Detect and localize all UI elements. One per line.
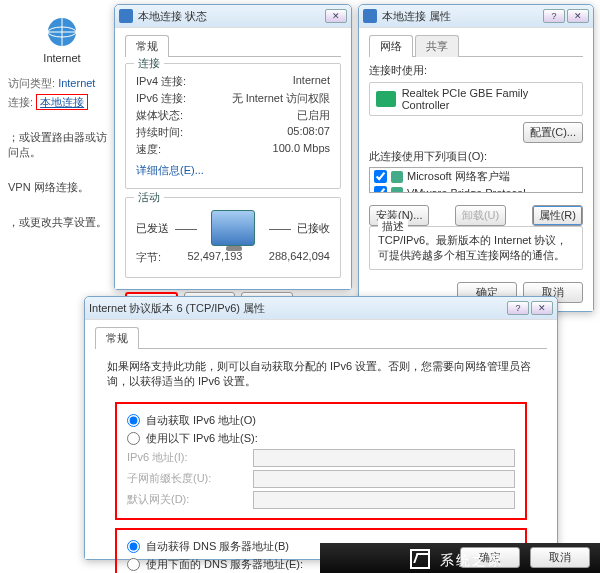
prefix-length-field[interactable]: [253, 470, 515, 488]
computer-icon: [211, 210, 255, 246]
recv-label: 已接收: [297, 221, 330, 236]
ipv6-window: Internet 协议版本 6 (TCP/IPv6) 属性 ? ✕ 常规 如果网…: [84, 296, 558, 560]
description-text: TCP/IPv6。最新版本的 Internet 协议，可提供跨越多个相互连接网络…: [378, 233, 574, 263]
ipv6-address-field[interactable]: [253, 449, 515, 467]
service-icon: [391, 187, 403, 194]
radio-auto-ip[interactable]: [127, 414, 140, 427]
bg-note-share: ，或更改共享设置。: [8, 215, 116, 230]
configure-button[interactable]: 配置(C)...: [523, 122, 583, 143]
description-box: 描述 TCP/IPv6。最新版本的 Internet 协议，可提供跨越多个相互连…: [369, 226, 583, 270]
tab-sharing[interactable]: 共享: [415, 35, 459, 57]
dash: ——: [175, 222, 197, 234]
sent-label: 已发送: [136, 221, 169, 236]
site-logo-icon: [410, 549, 430, 569]
status-window: 本地连接 状态 ✕ 常规 连接 IPv4 连接:Internet IPv6 连接…: [114, 4, 352, 290]
adapter-icon: [376, 91, 396, 107]
ipv6-intro: 如果网络支持此功能，则可以自动获取分配的 IPv6 设置。否则，您需要向网络管理…: [107, 359, 535, 390]
radio-manual-dns[interactable]: [127, 558, 140, 571]
close-icon[interactable]: ✕: [567, 9, 589, 23]
dash: ——: [269, 222, 291, 234]
list-item[interactable]: Microsoft 网络客户端: [370, 168, 582, 185]
ipv6-tabs: 常规: [95, 326, 547, 349]
bg-note-router: ；或设置路由器或访问点。: [8, 130, 116, 160]
status-title: 本地连接 状态: [138, 9, 207, 24]
speed-row: 速度:100.0 Mbps: [136, 142, 330, 157]
internet-label: Internet: [8, 52, 116, 64]
close-icon[interactable]: ✕: [325, 9, 347, 23]
status-tabs: 常规: [125, 34, 341, 57]
media-row: 媒体状态:已启用: [136, 108, 330, 123]
network-icon: [363, 9, 377, 23]
props-title: 本地连接 属性: [382, 9, 451, 24]
ipv6-row: IPv6 连接:无 Internet 访问权限: [136, 91, 330, 106]
item-checkbox[interactable]: [374, 170, 387, 183]
site-logo-text: 系统之家: [440, 552, 504, 570]
status-titlebar[interactable]: 本地连接 状态 ✕: [115, 5, 351, 27]
bg-note-vpn: VPN 网络连接。: [8, 180, 116, 195]
radio-auto-dns[interactable]: [127, 540, 140, 553]
item-checkbox[interactable]: [374, 186, 387, 193]
tab-general[interactable]: 常规: [95, 327, 139, 349]
network-icon: [119, 9, 133, 23]
watermark-footer: 取消 确定 系统之家: [320, 543, 600, 573]
client-icon: [391, 171, 403, 183]
radio-manual-ip[interactable]: [127, 432, 140, 445]
local-connection-link[interactable]: 本地连接: [36, 94, 88, 110]
items-listbox[interactable]: Microsoft 网络客户端 VMware Bridge Protocol Q…: [369, 167, 583, 193]
details-link[interactable]: 详细信息(E)...: [136, 163, 204, 178]
properties-window: 本地连接 属性 ? ✕ 网络 共享 连接时使用: Realtek PCIe GB…: [358, 4, 594, 312]
ip-address-group: 自动获取 IPv6 地址(O) 使用以下 IPv6 地址(S): IPv6 地址…: [115, 402, 527, 520]
close-icon[interactable]: ✕: [531, 301, 553, 315]
internet-globe-icon: [46, 16, 78, 48]
props-titlebar[interactable]: 本地连接 属性 ? ✕: [359, 5, 593, 27]
control-panel-bg: Internet 访问类型: Internet 连接: 本地连接 ；或设置路由器…: [0, 0, 120, 340]
list-item[interactable]: VMware Bridge Protocol: [370, 185, 582, 193]
connection-row: 连接: 本地连接: [8, 95, 116, 110]
tab-network[interactable]: 网络: [369, 35, 413, 57]
uninstall-button[interactable]: 卸载(U): [455, 205, 506, 226]
items-label: 此连接使用下列项目(O):: [369, 149, 583, 164]
adapter-name: Realtek PCIe GBE Family Controller: [402, 87, 576, 111]
conn-using-label: 连接时使用:: [369, 63, 583, 78]
ipv4-row: IPv4 连接:Internet: [136, 74, 330, 89]
access-type-row: 访问类型: Internet: [8, 76, 116, 91]
connection-group: 连接 IPv4 连接:Internet IPv6 连接:无 Internet 访…: [125, 63, 341, 189]
ipv6-titlebar[interactable]: Internet 协议版本 6 (TCP/IPv6) 属性 ? ✕: [85, 297, 557, 319]
ipv6-title: Internet 协议版本 6 (TCP/IPv6) 属性: [89, 301, 265, 316]
activity-group: 活动 已发送 —— —— 已接收 字节:52,497,193288,642,09…: [125, 197, 341, 278]
props-tabs: 网络 共享: [369, 34, 583, 57]
item-properties-button[interactable]: 属性(R): [532, 205, 583, 226]
gateway-field[interactable]: [253, 491, 515, 509]
help-icon[interactable]: ?: [507, 301, 529, 315]
cancel-button[interactable]: 取消: [530, 547, 590, 568]
duration-row: 持续时间:05:08:07: [136, 125, 330, 140]
tab-general[interactable]: 常规: [125, 35, 169, 57]
help-icon[interactable]: ?: [543, 9, 565, 23]
adapter-box: Realtek PCIe GBE Family Controller: [369, 82, 583, 116]
bytes-row: 字节:52,497,193288,642,094: [136, 250, 330, 265]
